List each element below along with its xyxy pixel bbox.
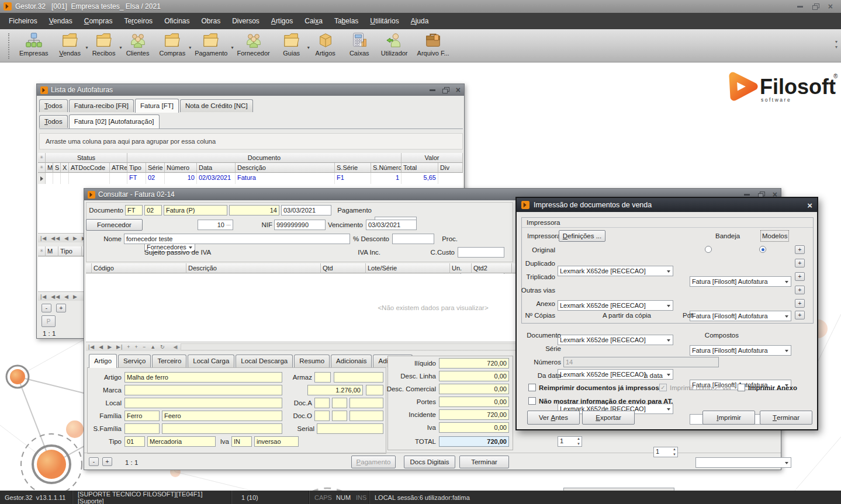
familia-cod-field[interactable]: Ferro	[124, 411, 160, 421]
iva-cod-field[interactable]: IN	[231, 436, 252, 447]
triplicado-model-combo[interactable]: Fatura [Filosoft] Autofatura	[690, 345, 791, 356]
app-titlebar[interactable]: Gestor.32 [001] Empresa testes_ Elsa / 2…	[0, 0, 841, 13]
doc-data-field[interactable]: 03/03/2021	[281, 205, 331, 215]
toolbar-artigos[interactable]: Artigos	[309, 31, 342, 57]
zoom-in-button[interactable]: +	[102, 457, 112, 466]
doca-f3[interactable]	[349, 398, 383, 408]
doca-f1[interactable]	[314, 398, 330, 408]
menu-artigos[interactable]: Artigos	[266, 14, 298, 28]
toolbar-caixas[interactable]: Caixas	[342, 31, 376, 57]
menu-obras[interactable]: Obras	[196, 14, 226, 28]
doco-f1[interactable]	[314, 411, 330, 421]
original-printer-combo[interactable]: Lexmark X652de [RECECAO]	[558, 266, 673, 276]
ver-antes-button[interactable]: Ver Antes	[527, 411, 580, 425]
modelos-radio[interactable]	[759, 246, 766, 253]
docs-digitais-button[interactable]: Docs Digitais	[404, 456, 455, 468]
local-field[interactable]	[124, 398, 282, 408]
hscroll-left-icon[interactable]: ◀	[174, 344, 178, 350]
select-all-icon[interactable]: ✳	[38, 153, 46, 163]
tipo-cod-field[interactable]: 01	[124, 436, 145, 447]
doc-serie-field[interactable]: 02	[144, 205, 162, 215]
nome-field[interactable]: fornecedor teste	[124, 234, 350, 244]
restore-icon[interactable]	[812, 4, 819, 9]
tab-artigo[interactable]: Artigo	[89, 354, 117, 368]
close-icon[interactable]: ×	[456, 87, 461, 93]
menu-tabelas[interactable]: Tabelas	[329, 14, 364, 28]
armaz-cod-field[interactable]	[314, 372, 331, 383]
expand-button[interactable]: +	[56, 304, 66, 312]
menu-ficheiros[interactable]: Ficheiros	[4, 14, 43, 28]
toolbar-guias[interactable]: Guias ▾	[275, 31, 309, 57]
outras-vias-add-button[interactable]: +	[795, 286, 805, 294]
toolbar-recibos[interactable]: Recibos ▾	[87, 31, 121, 57]
tab-fatura-ft[interactable]: Fatura [FT]	[135, 99, 179, 113]
p-button[interactable]: P	[41, 315, 56, 327]
tab-local-carga[interactable]: Local Carga	[188, 354, 234, 367]
terminar-button[interactable]: Terminar	[459, 456, 509, 468]
menu-terceiros[interactable]: Terceiros	[119, 14, 158, 28]
menu-utilitarios[interactable]: Utilitários	[365, 14, 404, 28]
zoom-out-button[interactable]: -	[89, 457, 99, 466]
tipo-desc-field[interactable]: Mercadoria	[147, 436, 216, 447]
doco-f2[interactable]	[332, 411, 347, 421]
tab-resumo[interactable]: Resumo	[294, 354, 330, 367]
duplicado-model-combo[interactable]: Fatura [Filosoft] Autofatura	[690, 311, 791, 321]
doc-nome-field[interactable]: Fatura (P)	[164, 205, 227, 215]
toolbar-vendas[interactable]: Vendas ▾	[53, 31, 87, 57]
minimize-icon[interactable]	[797, 6, 803, 8]
pdf-add-button[interactable]: +	[795, 311, 805, 319]
menu-caixa[interactable]: Caixa	[299, 14, 328, 28]
vencimento-field[interactable]: 03/03/2021	[366, 220, 417, 230]
duplicado-add-button[interactable]: +	[795, 259, 805, 267]
reimprimir-checkbox[interactable]	[528, 384, 536, 391]
table-row[interactable]: FT 02 10 02/03/2021 Fatura F1 1 5,65	[38, 173, 463, 184]
menu-ajuda[interactable]: Ajuda	[406, 14, 434, 28]
imprimir-button[interactable]: Imprimir	[702, 411, 755, 425]
toolbar-arquivo[interactable]: Arquivo F...	[413, 31, 454, 57]
preco-field[interactable]: 1.276,00	[307, 385, 363, 395]
doc-numero-field[interactable]: 14	[229, 205, 279, 215]
triplicado-add-button[interactable]: +	[795, 272, 805, 281]
tab-servico[interactable]: Serviço	[118, 354, 151, 367]
pdf-combo[interactable]	[695, 457, 791, 468]
tab-adicionais[interactable]: Adicionais	[331, 354, 372, 367]
toolbar-compras[interactable]: Compras ▾	[155, 31, 191, 57]
desconto-field[interactable]	[392, 234, 434, 244]
menu-diversos[interactable]: Diversos	[227, 14, 265, 28]
lista-titlebar[interactable]: Lista de Autofaturas ×	[37, 84, 464, 96]
tab-terceiro[interactable]: Terceiro	[152, 354, 186, 367]
iva-desc-field[interactable]: inversao	[254, 436, 299, 447]
nif-field[interactable]: 999999990	[274, 220, 326, 230]
marca-field[interactable]	[124, 385, 282, 395]
tab-todos[interactable]: Todos	[39, 99, 68, 112]
dlg-terminar-button[interactable]: Terminar	[760, 411, 812, 425]
duplicado-printer-combo[interactable]: Lexmark X652de [RECECAO]	[558, 300, 673, 311]
serial-field[interactable]	[317, 423, 383, 434]
triplicado-printer-combo[interactable]: Lexmark X652de [RECECAO]	[558, 335, 673, 345]
toolbar-overflow-icon[interactable]: ▾▾	[835, 31, 840, 58]
doca-f2[interactable]	[332, 398, 347, 408]
sfamilia-cod-field[interactable]	[124, 423, 160, 434]
toolbar-pagamento[interactable]: Pagamento ▾	[190, 31, 232, 57]
tab-nota-credito[interactable]: Nota de Crédito [NC]	[180, 99, 253, 112]
original-add-button[interactable]: +	[795, 245, 805, 254]
tab-local-descarga[interactable]: Local Descarga	[236, 354, 293, 367]
num-copias-spinner[interactable]: 1	[558, 436, 582, 447]
definicoes-button[interactable]: Definições ...	[559, 230, 605, 242]
menu-oficinas[interactable]: Oficinas	[159, 14, 195, 28]
original-model-combo[interactable]: Fatura [Filosoft] Autofatura	[690, 276, 791, 287]
fornecedor-lookup-button[interactable]: ...	[225, 221, 232, 228]
familia-desc-field[interactable]: Feero	[162, 411, 282, 421]
toolbar-clientes[interactable]: Clientes	[121, 31, 155, 57]
nao-mostrar-at-checkbox[interactable]	[528, 397, 536, 405]
close-icon[interactable]: ×	[828, 4, 833, 9]
toolbar-utilizador[interactable]: Utilizador	[376, 31, 413, 57]
subtab-fatura-02[interactable]: Fatura [02] [Autofaturação]	[69, 114, 160, 128]
toolbar-empresas[interactable]: Empresas	[15, 31, 53, 57]
minimize-icon[interactable]	[430, 89, 435, 91]
ccusto-field[interactable]	[458, 247, 504, 258]
exportar-button[interactable]: Exportar	[582, 411, 635, 425]
anexo-add-button[interactable]: +	[795, 299, 805, 308]
imprimir-anexo-checkbox[interactable]	[738, 384, 745, 391]
subtab-todos[interactable]: Todos	[39, 115, 68, 128]
